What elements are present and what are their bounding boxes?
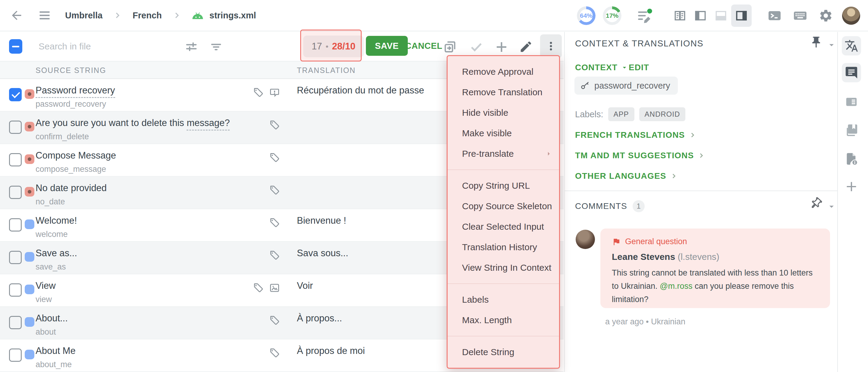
row-checkbox[interactable] (9, 153, 22, 166)
status-translated-icon (25, 285, 34, 294)
string-key: compose_message (36, 164, 106, 174)
unpin-icon[interactable] (807, 194, 825, 212)
chevron-right-icon (698, 152, 705, 159)
filter-icon[interactable] (209, 40, 223, 54)
string-key: about_me (36, 360, 72, 369)
row-checkbox[interactable] (9, 218, 22, 231)
row-checkbox[interactable] (9, 121, 22, 134)
tag-icon (269, 217, 280, 228)
menu-item-remove-translation[interactable]: Remove Translation (447, 82, 559, 102)
hamburger-menu-icon[interactable] (38, 9, 51, 22)
drafts-icon[interactable] (636, 7, 653, 24)
comment-card: General question Leane Stevens (l.steven… (600, 228, 830, 308)
add-panel-icon[interactable] (842, 177, 861, 196)
user-mention[interactable]: @m.ross (660, 282, 692, 290)
right-panel-view-icon[interactable] (731, 4, 752, 27)
string-key: view (36, 295, 52, 304)
status-untranslated-icon (25, 187, 34, 196)
menu-item-labels[interactable]: Labels (447, 289, 559, 310)
row-checkbox[interactable] (9, 251, 22, 264)
breadcrumb-project[interactable]: Umbrella (65, 10, 102, 21)
approved-progress-ring[interactable]: 17% (603, 6, 621, 25)
translation-text: Voir (297, 280, 313, 291)
section-tm-mt-suggestions[interactable]: TM AND MT SUGGESTIONS (575, 151, 705, 160)
comment-author[interactable]: Leane Stevens (612, 252, 675, 262)
approve-check-icon[interactable] (469, 40, 484, 54)
row-checkbox[interactable] (9, 88, 22, 101)
comment-flag-label: General question (625, 237, 687, 246)
chevron-down-icon (621, 64, 628, 71)
menu-item-view-string-in-context[interactable]: View String In Context (447, 257, 559, 278)
status-translated-icon (25, 350, 34, 359)
menu-item-delete-string[interactable]: Delete String (447, 342, 559, 362)
settings-gear-icon[interactable] (818, 8, 833, 23)
more-options-kebab-button[interactable] (540, 34, 562, 58)
breadcrumb-language[interactable]: French (133, 10, 162, 21)
left-panel-view-icon[interactable] (690, 4, 711, 27)
select-all-checkbox[interactable] (9, 39, 22, 54)
row-checkbox[interactable] (9, 186, 22, 199)
string-identifier-pill[interactable]: password_recovery (575, 76, 678, 95)
chevron-down-icon[interactable] (827, 202, 837, 212)
menu-item-pre-translate[interactable]: Pre-translate (447, 144, 559, 164)
chevron-right-icon (670, 172, 678, 180)
context-card-tab-icon[interactable] (842, 92, 861, 112)
menu-item-copy-string-url[interactable]: Copy String URL (447, 176, 559, 196)
row-checkbox[interactable] (9, 348, 22, 362)
status-translated-icon (25, 252, 34, 262)
right-icon-sidebar (837, 32, 868, 372)
translated-progress-ring[interactable]: 64% (577, 6, 595, 25)
menu-item-max-length[interactable]: Max. Length (447, 310, 559, 331)
back-icon[interactable] (10, 8, 24, 22)
search-settings-icon[interactable] (184, 40, 198, 54)
tag-icon (269, 250, 280, 261)
translations-tab-icon[interactable] (842, 36, 861, 56)
context-dropdown[interactable]: CONTEXT (575, 63, 628, 72)
string-key: save_as (36, 262, 66, 272)
comments-header: COMMENTS 1 (575, 200, 645, 212)
breadcrumb-file[interactable]: strings.xml (210, 10, 256, 21)
side-by-side-view-icon[interactable] (670, 4, 690, 27)
translation-column-header: TRANSLATION (297, 66, 355, 75)
section-french-translations[interactable]: FRENCH TRANSLATIONS (575, 130, 696, 140)
terminal-icon[interactable] (767, 8, 782, 23)
label-badge[interactable]: ANDROID (639, 107, 686, 121)
string-key: about (36, 328, 56, 337)
save-button[interactable]: SAVE (366, 36, 408, 56)
screenshot-icon (269, 282, 280, 293)
labels-row: Labels: APP ANDROID (575, 107, 685, 121)
menu-item-translation-history[interactable]: Translation History (447, 237, 559, 257)
pin-icon[interactable] (809, 36, 823, 49)
comment-alert-icon (269, 87, 280, 98)
string-key: welcome (36, 230, 68, 239)
status-untranslated-icon (25, 122, 34, 131)
chevron-right-icon (113, 10, 122, 20)
row-checkbox[interactable] (9, 283, 22, 297)
add-string-icon[interactable] (494, 40, 509, 54)
tag-icon (253, 87, 264, 98)
file-info-tab-icon[interactable] (842, 149, 861, 168)
menu-item-copy-source-skeleton[interactable]: Copy Source Skeleton (447, 196, 559, 216)
menu-item-hide-visible[interactable]: Hide visible (447, 102, 559, 123)
comments-tab-icon[interactable] (842, 63, 861, 82)
row-checkbox[interactable] (9, 316, 22, 329)
section-other-languages[interactable]: OTHER LANGUAGES (575, 171, 678, 181)
label-badge[interactable]: APP (608, 107, 634, 121)
menu-item-make-visible[interactable]: Make visible (447, 123, 559, 144)
status-translated-icon (25, 317, 34, 327)
chevron-down-icon[interactable] (827, 40, 837, 50)
menu-item-clear-selected-input[interactable]: Clear Selected Input (447, 216, 559, 237)
user-avatar[interactable] (842, 7, 860, 25)
status-untranslated-icon (25, 154, 34, 164)
tag-icon (253, 282, 264, 293)
keyboard-icon[interactable] (793, 8, 808, 23)
bottom-panel-view-icon[interactable] (711, 4, 731, 27)
edit-pencil-icon[interactable] (519, 40, 533, 54)
string-key: confirm_delete (36, 132, 89, 142)
search-input[interactable] (38, 39, 168, 54)
cancel-button[interactable]: CANCEL (405, 41, 442, 51)
copy-source-icon[interactable] (442, 39, 458, 54)
menu-item-remove-approval[interactable]: Remove Approval (447, 62, 559, 82)
edit-context-button[interactable]: EDIT (629, 63, 649, 72)
glossary-tab-icon[interactable] (842, 121, 861, 140)
